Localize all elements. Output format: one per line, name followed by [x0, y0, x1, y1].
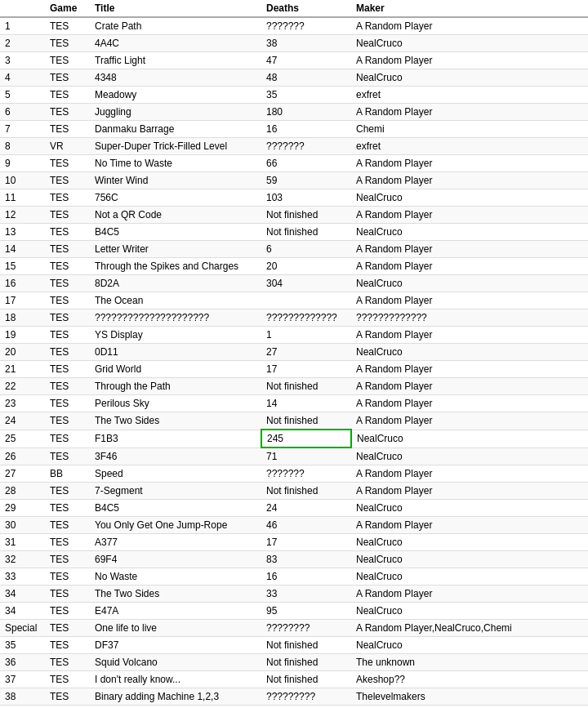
table-cell: TES — [45, 224, 90, 241]
table-cell: 36 — [0, 654, 45, 671]
table-cell: TES — [45, 35, 90, 52]
table-row: SpecialTESOne life to live????????A Rand… — [0, 620, 588, 637]
table-cell: TES — [45, 87, 90, 104]
table-row: 35TESDF37Not finishedNealCruco — [0, 637, 588, 654]
table-cell: NealCruco — [351, 69, 588, 87]
table-cell: Traffic Light — [90, 52, 261, 69]
table-cell: Super-Duper Trick-Filled Level — [90, 138, 261, 155]
table-cell: B4C5 — [90, 500, 261, 517]
table-cell: The Two Sides — [90, 412, 261, 430]
table-cell: 16 — [261, 121, 351, 138]
table-cell: 33 — [0, 568, 45, 586]
table-cell: TES — [45, 568, 90, 586]
table-cell: TES — [45, 378, 90, 395]
table-cell: 31 — [0, 534, 45, 551]
table-cell: TES — [45, 275, 90, 292]
table-row: 37TESI don't really know...Not finishedA… — [0, 671, 588, 688]
table-cell: TES — [45, 361, 90, 378]
table-cell: 48 — [261, 69, 351, 87]
table-cell: 22 — [0, 378, 45, 395]
table-cell: 14 — [261, 395, 351, 412]
table-cell: ????????????? — [351, 309, 588, 327]
table-cell: NealCruco — [351, 430, 588, 448]
table-cell: TES — [45, 671, 90, 688]
table-cell: TES — [45, 395, 90, 412]
table-cell: TES — [45, 121, 90, 138]
table-cell: Danmaku Barrage — [90, 121, 261, 138]
table-row: 14TESLetter Writer6A Random Player — [0, 241, 588, 258]
table-row: 3TESTraffic Light47A Random Player — [0, 52, 588, 69]
table-cell: A Random Player — [351, 361, 588, 378]
table-cell: 16 — [261, 568, 351, 586]
table-cell: Not finished — [261, 654, 351, 671]
table-cell: Thelevelmakers — [351, 688, 588, 706]
table-cell: ??????? — [261, 465, 351, 483]
table-cell: 21 — [0, 361, 45, 378]
table-cell: TES — [45, 292, 90, 309]
table-row: 12TESNot a QR CodeNot finishedA Random P… — [0, 207, 588, 224]
table-cell: 27 — [0, 465, 45, 483]
table-cell: ????????? — [261, 688, 351, 706]
main-table: Game Title Deaths Maker 1TESCrate Path??… — [0, 0, 588, 706]
table-cell: 29 — [0, 500, 45, 517]
table-cell: 4348 — [90, 69, 261, 87]
table-row: 24TESThe Two SidesNot finishedA Random P… — [0, 412, 588, 430]
table-cell: TES — [45, 69, 90, 87]
table-cell: Not finished — [261, 412, 351, 430]
table-cell: One life to live — [90, 620, 261, 637]
table-cell: 83 — [261, 551, 351, 568]
table-cell: Grid World — [90, 361, 261, 378]
table-row: 34TESE47A95NealCruco — [0, 603, 588, 620]
table-cell: Not a QR Code — [90, 207, 261, 224]
table-cell: 245 — [261, 430, 351, 448]
table-cell: 7 — [0, 121, 45, 138]
table-cell: 2 — [0, 35, 45, 52]
table-cell: 15 — [0, 258, 45, 275]
table-cell: I don't really know... — [90, 671, 261, 688]
table-cell: A Random Player — [351, 465, 588, 483]
col-header-deaths: Deaths — [261, 0, 351, 17]
table-cell: 38 — [261, 35, 351, 52]
table-cell: TES — [45, 551, 90, 568]
table-row: 11TES756C103NealCruco — [0, 189, 588, 207]
table-cell: TES — [45, 258, 90, 275]
table-cell: Through the Spikes and Charges — [90, 258, 261, 275]
table-cell: A Random Player — [351, 292, 588, 309]
table-cell: ??????? — [261, 17, 351, 35]
table-cell: 10 — [0, 172, 45, 189]
table-cell: TES — [45, 517, 90, 534]
table-cell: A Random Player — [351, 258, 588, 275]
table-cell: 37 — [0, 671, 45, 688]
table-cell: 47 — [261, 52, 351, 69]
table-cell: TES — [45, 603, 90, 620]
table-row: 15TESThrough the Spikes and Charges20A R… — [0, 258, 588, 275]
table-cell: TES — [45, 483, 90, 500]
table-cell: 66 — [261, 155, 351, 172]
table-cell: 14 — [0, 241, 45, 258]
table-cell: TES — [45, 448, 90, 465]
table-cell: Squid Volcano — [90, 654, 261, 671]
table-row: 31TESA37717NealCruco — [0, 534, 588, 551]
table-cell: A Random Player — [351, 52, 588, 69]
table-cell: NealCruco — [351, 448, 588, 465]
table-cell: Meadowy — [90, 87, 261, 104]
table-cell: NealCruco — [351, 500, 588, 517]
table-cell: 28 — [0, 483, 45, 500]
table-cell: A Random Player — [351, 395, 588, 412]
table-cell: Speed — [90, 465, 261, 483]
table-cell: 16 — [0, 275, 45, 292]
table-cell: A Random Player — [351, 104, 588, 121]
table-cell: 3 — [0, 52, 45, 69]
table-row: 36TESSquid VolcanoNot finishedThe unknow… — [0, 654, 588, 671]
table-cell: 6 — [261, 241, 351, 258]
table-row: 8VRSuper-Duper Trick-Filled Level???????… — [0, 138, 588, 155]
table-cell: The Ocean — [90, 292, 261, 309]
table-cell: TES — [45, 412, 90, 430]
table-cell: 24 — [0, 412, 45, 430]
table-cell: 18 — [0, 309, 45, 327]
table-cell: 8 — [0, 138, 45, 155]
table-cell: 103 — [261, 189, 351, 207]
table-cell: Juggling — [90, 104, 261, 121]
table-row: 22TESThrough the PathNot finishedA Rando… — [0, 378, 588, 395]
table-cell: TES — [45, 189, 90, 207]
